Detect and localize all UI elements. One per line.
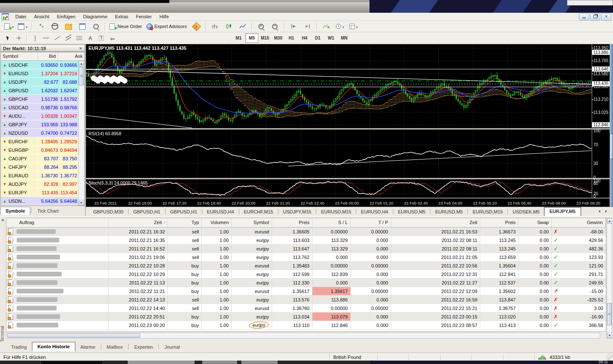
history-row[interactable]: 2011.02.21 19:06sell1.00eurjpy113.7620.0… xyxy=(6,253,606,262)
taskbar-button[interactable] xyxy=(202,361,237,364)
resize-grip[interactable] xyxy=(606,353,613,361)
scroll-down-icon[interactable] xyxy=(79,200,84,205)
history-column-swap[interactable]: Swap xyxy=(518,218,552,227)
market-watch-titlebar[interactable]: Der Markt: 10:11:19 ✕ xyxy=(0,45,85,52)
history-column-preis[interactable]: Preis xyxy=(480,218,518,227)
scrollbar-thumb[interactable] xyxy=(79,67,84,85)
market-row-eurusd[interactable]: ▼EURUSD1.372041.37219 xyxy=(1,69,79,78)
auto-scroll-button[interactable] xyxy=(287,21,301,32)
timeframe-d1[interactable]: D1 xyxy=(311,33,324,43)
arrows-tool-button[interactable] xyxy=(107,33,118,43)
chart-tab-eurchf-m15[interactable]: EURCHF,M15 xyxy=(240,208,278,216)
menu-einfügen[interactable]: Einfügen xyxy=(53,13,79,20)
chart-scrollbar-thumb[interactable] xyxy=(610,134,613,159)
timeframe-m15[interactable]: M15 xyxy=(258,33,272,43)
profiles-button[interactable] xyxy=(16,21,29,32)
history-row[interactable]: 2011.02.21 16:32sell1.00eurusd1.366050.0… xyxy=(6,228,606,236)
timeframe-mn[interactable]: MN xyxy=(338,33,351,43)
chart-tab-eurusd-m5[interactable]: EURUSD,M5 xyxy=(431,208,467,216)
terminal-hscrollbar[interactable] xyxy=(6,333,600,338)
timeframe-h1[interactable]: H1 xyxy=(285,33,298,43)
history-row[interactable]: 2011.02.22 10:28buy1.00eurusd1.354830.00… xyxy=(6,262,606,270)
periods-button[interactable] xyxy=(333,21,347,32)
scroll-up-icon[interactable] xyxy=(79,61,84,66)
history-column-preis[interactable]: Preis xyxy=(272,218,312,227)
neue-order-button[interactable]: Neue Order xyxy=(108,21,145,32)
history-column-volumen[interactable]: Volumen xyxy=(202,218,232,227)
history-column-symbol[interactable]: Symbol xyxy=(232,218,272,227)
history-row[interactable]: 2011.02.21 16:52sell1.00eurjpy113.647113… xyxy=(6,245,606,253)
chart-tab-eurusd-h4[interactable]: EURUSD,H4 xyxy=(203,208,238,216)
zoom-in-button[interactable] xyxy=(255,21,268,32)
tabs-scroll-right-icon[interactable] xyxy=(604,209,609,214)
chart-scrollbar[interactable] xyxy=(610,44,613,207)
menu-ansicht[interactable]: Ansicht xyxy=(30,13,53,20)
crosshair-tool-button[interactable] xyxy=(13,33,24,43)
chart-tab-eurusd-m15[interactable]: EURUSD,M15 xyxy=(468,208,507,216)
history-column-tp[interactable]: T / P xyxy=(351,218,391,227)
chart-tab-eurjpy-m5[interactable]: EURJPY,M5 xyxy=(544,207,581,216)
menu-hilfe[interactable]: Hilfe xyxy=(156,13,173,20)
timeframe-m5[interactable]: M5 xyxy=(245,33,258,43)
bar-chart-type-button[interactable] xyxy=(209,21,222,32)
vertical-line-button[interactable] xyxy=(29,33,40,43)
market-row-usdchf[interactable]: ▲USDCHF0.936500.93666 xyxy=(1,61,79,69)
terminal-tab-alarme[interactable]: Alarme xyxy=(75,343,100,351)
market-row-usdn[interactable]: ▲USDN...5.642565.64648 xyxy=(1,197,79,205)
chart-tab-usdjpy-m15[interactable]: USDJPY,M15 xyxy=(279,208,315,216)
terminal-tab-trading[interactable]: Trading xyxy=(6,343,32,351)
timeframe-m1[interactable]: M1 xyxy=(232,33,245,43)
chart-tab-gbpusd-m30[interactable]: GBPUSD,M30 xyxy=(89,208,128,216)
fibonacci-button[interactable] xyxy=(74,33,85,43)
history-column-zeit[interactable]: Zeit∕ xyxy=(109,218,168,227)
expert-advisors-button[interactable]: Expert Advisors xyxy=(145,21,189,32)
market-row-chfjpy[interactable]: ▲CHFJPY88.26488.295 xyxy=(1,163,79,171)
chart-tab-gbpusd-h1[interactable]: GBPUSD,H1 xyxy=(166,208,202,216)
market-row-audu[interactable]: ▼AUDU...1.003281.00347 xyxy=(1,112,79,120)
menu-extras[interactable]: Extras xyxy=(111,13,132,20)
tab-tick-chart[interactable]: Tick Chart xyxy=(32,207,64,215)
history-row[interactable]: 2011.02.22 20:51buy1.00eurjpy113.034113.… xyxy=(6,313,606,321)
taskbar-button[interactable] xyxy=(128,361,195,364)
cursor-tool-button[interactable] xyxy=(2,33,13,43)
market-row-eurchf[interactable]: ▼EURCHF1.284951.28529 xyxy=(1,137,79,146)
market-row-gbpchf[interactable]: ▲GBPCHF1.517361.51792 xyxy=(1,95,79,103)
history-row[interactable]: 2011.02.22 14:13sell1.00eurjpy113.576113… xyxy=(6,296,606,304)
market-row-cadjpy[interactable]: ▲CADJPY83.70783.750 xyxy=(1,154,79,163)
horizontal-line-button[interactable] xyxy=(40,33,52,43)
strategy-tester-button[interactable] xyxy=(89,21,103,32)
terminal-tab-konto-historie[interactable]: Konto Historie xyxy=(32,342,75,351)
market-row-euraud[interactable]: ▲EURAUD1.367301.36772 xyxy=(1,171,79,180)
timeframe-h4[interactable]: H4 xyxy=(298,33,311,43)
chart-tab-eurusd-m5[interactable]: EURUSD,M5 xyxy=(394,208,430,216)
history-center-button[interactable] xyxy=(62,21,75,32)
history-column-sl[interactable]: S / L xyxy=(312,218,351,227)
column-header-ask[interactable]: Ask xyxy=(57,52,84,60)
market-watch-close-icon[interactable]: ✕ xyxy=(79,46,82,51)
market-row-gbpusd[interactable]: ▲GBPUSD1.620321.62047 xyxy=(1,86,79,95)
timeframe-w1[interactable]: W1 xyxy=(324,33,338,43)
market-row-eurjpy[interactable]: ▼EURJPY113.435113.454 xyxy=(1,188,79,197)
ea-warning-button[interactable] xyxy=(190,21,203,32)
chart-shift-button[interactable] xyxy=(301,21,314,32)
menu-datei[interactable]: Datei xyxy=(11,13,30,20)
line-chart-type-button[interactable] xyxy=(236,21,249,32)
terminal-vscrollbar[interactable] xyxy=(607,218,612,338)
history-column-auftrag[interactable]: Auftrag xyxy=(6,218,109,227)
minimize-button[interactable] xyxy=(579,13,589,20)
history-column-typ[interactable]: Typ xyxy=(168,218,202,227)
terminal-tab-journal[interactable]: Journal xyxy=(159,343,185,351)
column-header-bid[interactable]: Bid xyxy=(37,52,57,60)
chart-tab-eurusd-m15[interactable]: EURUSD,M15 xyxy=(317,208,355,216)
market-row-audjpy[interactable]: ▼AUDJPY82.92882.997 xyxy=(1,180,79,188)
terminal-close-icon[interactable]: ✕ xyxy=(1,218,5,222)
market-row-usdjpy[interactable]: ▲USDJPY82.67782.688 xyxy=(1,78,79,86)
candlestick-type-button[interactable] xyxy=(222,21,236,32)
indicators-button[interactable] xyxy=(319,21,333,32)
history-row[interactable]: 2011.02.22 10:29buy1.00eurjpy112.599112.… xyxy=(6,270,606,279)
market-row-nzdusd[interactable]: ▲NZDUSD0.747000.74722 xyxy=(1,129,79,137)
history-column-gewinn[interactable]: Gewinn xyxy=(552,218,606,227)
new-chart-button[interactable] xyxy=(2,21,16,32)
chart-tab-gbpusd-h1[interactable]: GBPUSD,H1 xyxy=(129,208,165,216)
history-row[interactable]: 2011.02.22 14:40sell1.00eurusd1.367600.0… xyxy=(6,304,606,313)
